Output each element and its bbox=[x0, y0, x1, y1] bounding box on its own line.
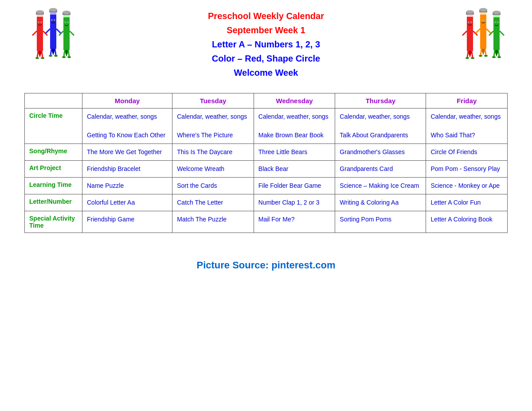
cell-text: Pom Pom - Sensory Play bbox=[430, 164, 503, 174]
cell-text: Mail For Me? bbox=[258, 215, 331, 224]
svg-point-34 bbox=[63, 11, 70, 14]
table-row: Song/RhymeThe More We Get TogetherThis I… bbox=[25, 144, 508, 161]
cell-text: Letter A Coloring Book bbox=[430, 215, 503, 224]
table-cell: Science – Making Ice Cream bbox=[335, 178, 426, 194]
svg-point-14 bbox=[41, 57, 44, 59]
header-line4: Color – Red, Shape Circle bbox=[208, 51, 324, 66]
row-label: Special Activity Time bbox=[25, 211, 82, 233]
cell-text: Calendar, weather, songsTalk About Grand… bbox=[340, 112, 421, 140]
svg-line-70 bbox=[486, 29, 491, 33]
cell-text: Black Bear bbox=[258, 164, 331, 174]
table-cell: Science - Monkey or Ape bbox=[426, 178, 508, 194]
table-cell: Mail For Me? bbox=[254, 211, 335, 233]
cell-text: Calendar, weather, songsWho Said That? bbox=[430, 112, 503, 140]
table-cell: Calendar, weather, songsMake Brown Bear … bbox=[254, 109, 335, 144]
cell-text: File Folder Bear Game bbox=[258, 181, 331, 190]
svg-point-38 bbox=[67, 22, 68, 23]
cell-text: Name Puzzle bbox=[87, 181, 168, 190]
calendar-table: Monday Tuesday Wednesday Thursday Friday… bbox=[24, 93, 508, 233]
table-cell: Black Bear bbox=[254, 161, 335, 178]
table-cell: Name Puzzle bbox=[82, 178, 172, 194]
cell-text: Grandparents Card bbox=[340, 164, 421, 174]
col-header-tuesday: Tuesday bbox=[172, 93, 254, 109]
table-cell: Grandparents Card bbox=[335, 161, 426, 178]
row-label: Art Project bbox=[25, 161, 82, 178]
table-cell: Catch The Letter bbox=[172, 194, 254, 211]
cell-text: Sorting Pom Poms bbox=[340, 215, 421, 224]
svg-point-37 bbox=[65, 22, 66, 23]
cell-text: Science – Making Ice Cream bbox=[340, 181, 421, 190]
table-row: Art ProjectFriendship BraceletWelcome Wr… bbox=[25, 161, 508, 178]
svg-rect-16 bbox=[50, 13, 56, 49]
table-cell: Calendar, weather, songsWhere's The Pict… bbox=[172, 109, 254, 144]
cell-text: Catch The Letter bbox=[177, 198, 249, 207]
footer-text: Picture Source: pinterest.com bbox=[197, 260, 336, 271]
header-title: Preschool Weekly Calendar September Week… bbox=[208, 9, 324, 80]
svg-line-9 bbox=[32, 31, 37, 35]
table-row: Special Activity TimeFriendship GameMatc… bbox=[25, 211, 508, 233]
table-cell: Calendar, weather, songsTalk About Grand… bbox=[335, 109, 426, 144]
crayon-right-illustration bbox=[457, 4, 505, 62]
svg-point-79 bbox=[493, 11, 501, 14]
svg-point-22 bbox=[51, 19, 52, 20]
table-cell: Number Clap 1, 2 or 3 bbox=[254, 194, 335, 211]
svg-rect-1 bbox=[37, 16, 43, 51]
row-label: Song/Rhyme bbox=[25, 144, 82, 161]
col-header-monday: Monday bbox=[82, 93, 172, 109]
svg-line-86 bbox=[494, 50, 495, 57]
table-cell: Sort the Cards bbox=[172, 178, 254, 194]
cell-text: Circle Of Friends bbox=[430, 147, 503, 157]
svg-point-88 bbox=[492, 56, 496, 58]
svg-point-4 bbox=[36, 10, 44, 14]
col-header-wednesday: Wednesday bbox=[254, 93, 335, 109]
svg-line-12 bbox=[42, 51, 43, 58]
table-cell: Welcome Wreath bbox=[172, 161, 254, 178]
col-header-empty bbox=[25, 93, 82, 109]
calendar-wrapper: Monday Tuesday Wednesday Thursday Friday… bbox=[0, 89, 532, 237]
svg-line-25 bbox=[56, 29, 61, 33]
svg-rect-76 bbox=[493, 16, 500, 50]
table-row: Circle TimeCalendar, weather, songsGetti… bbox=[25, 109, 508, 144]
cell-text: Calendar, weather, songsGetting To Know … bbox=[87, 112, 168, 140]
svg-point-59 bbox=[471, 57, 474, 59]
svg-rect-61 bbox=[480, 13, 486, 49]
table-cell: Friendship Game bbox=[82, 211, 172, 233]
svg-line-27 bbox=[55, 49, 56, 55]
table-cell: Circle Of Friends bbox=[426, 144, 508, 161]
header-line1: Preschool Weekly Calendar bbox=[208, 9, 324, 23]
svg-point-8 bbox=[41, 22, 42, 23]
svg-point-43 bbox=[62, 56, 66, 58]
svg-point-44 bbox=[67, 56, 71, 58]
svg-point-64 bbox=[479, 8, 487, 12]
table-cell: Friendship Bracelet bbox=[82, 161, 172, 178]
svg-line-56 bbox=[467, 51, 468, 58]
cell-text: Grandmother's Glasses bbox=[340, 147, 421, 157]
svg-rect-46 bbox=[467, 16, 473, 51]
cell-text: Writing & Coloring Aa bbox=[340, 198, 421, 207]
cell-text: Calendar, weather, songsWhere's The Pict… bbox=[177, 112, 249, 140]
svg-line-26 bbox=[51, 49, 51, 55]
svg-point-73 bbox=[479, 55, 482, 57]
svg-line-85 bbox=[500, 31, 504, 35]
svg-point-83 bbox=[497, 22, 498, 23]
cell-text: Calendar, weather, songsMake Brown Bear … bbox=[258, 112, 331, 140]
cell-text: Friendship Bracelet bbox=[87, 164, 168, 174]
svg-point-13 bbox=[35, 57, 39, 59]
row-label: Learning Time bbox=[25, 178, 82, 194]
cell-text: The More We Get Together bbox=[87, 147, 168, 157]
svg-point-49 bbox=[466, 10, 474, 14]
cell-text: This Is The Daycare bbox=[177, 147, 249, 157]
svg-line-71 bbox=[481, 49, 481, 55]
table-cell: Grandmother's Glasses bbox=[335, 144, 426, 161]
table-cell: Match The Puzzle bbox=[172, 211, 254, 233]
svg-point-19 bbox=[49, 8, 57, 12]
row-label: Letter/Number bbox=[25, 194, 82, 211]
header-line2: September Week 1 bbox=[208, 23, 324, 37]
table-cell: Writing & Coloring Aa bbox=[335, 194, 426, 211]
table-cell: This Is The Daycare bbox=[172, 144, 254, 161]
table-cell: Letter A Coloring Book bbox=[426, 211, 508, 233]
svg-point-28 bbox=[49, 55, 52, 57]
svg-point-29 bbox=[54, 55, 58, 57]
svg-line-24 bbox=[46, 29, 50, 33]
cell-text: Number Clap 1, 2 or 3 bbox=[258, 198, 331, 207]
